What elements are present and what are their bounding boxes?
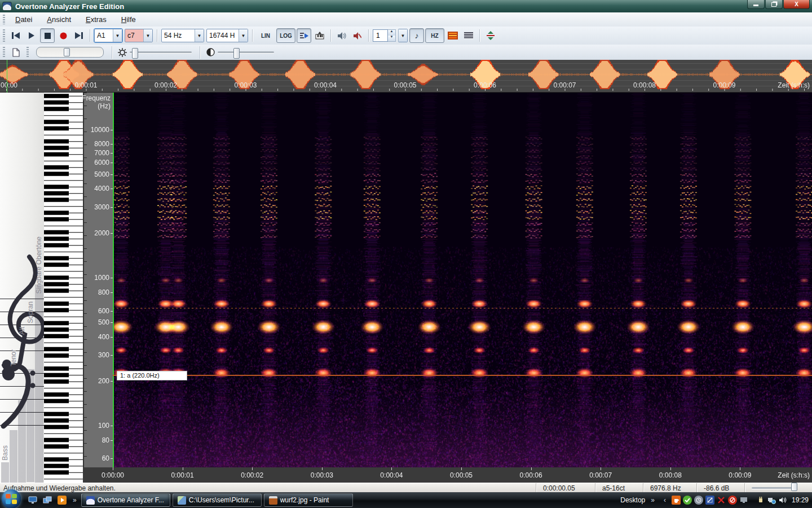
overview-time-label: 0:00:00 — [0, 81, 17, 89]
skip-start-button[interactable] — [8, 28, 23, 43]
overview-axis-label: Zeit (s:h:s) — [778, 81, 810, 89]
network-icon[interactable] — [767, 496, 776, 505]
show-desktop-icon[interactable] — [27, 494, 39, 506]
linear-scale-button[interactable]: LIN — [256, 28, 275, 43]
status-volume-slider[interactable] — [744, 483, 812, 493]
restore-button[interactable] — [765, 0, 783, 9]
range-label: Singbare Obertöne — [35, 237, 43, 294]
display-utility-icon[interactable] — [705, 496, 714, 505]
display-toolbar — [0, 45, 812, 60]
scheduler-icon[interactable] — [694, 496, 703, 505]
close-button[interactable]: X — [783, 0, 810, 9]
freq-axis-label: 10000 — [91, 126, 109, 134]
taskbar-button-paint[interactable]: wurf2.jpg - Paint — [264, 493, 353, 507]
chevron-down-icon[interactable]: ▼ — [113, 29, 122, 42]
menu-datei[interactable]: Datei — [8, 14, 39, 25]
stop-button[interactable] — [40, 28, 55, 43]
note-names-button[interactable]: ♪ — [409, 28, 424, 43]
range-label: Tenor — [10, 349, 17, 366]
spectrogram-view-button[interactable] — [445, 28, 460, 43]
spectrum-lines-view-button[interactable] — [461, 28, 476, 43]
play-button[interactable] — [24, 28, 39, 43]
waveform-overview[interactable]: 0:00:000:00:010:00:020:00:030:00:040:00:… — [0, 60, 812, 93]
clock[interactable]: 19:29 — [792, 496, 809, 504]
speaker-icon[interactable] — [779, 496, 788, 505]
log-scale-button[interactable]: LOG — [276, 28, 295, 43]
status-frequency: 6976.8 Hz — [643, 483, 696, 493]
desktop-chevron-icon[interactable]: » — [651, 496, 655, 504]
slider-thumb[interactable] — [64, 48, 70, 56]
chevron-down-icon[interactable]: ▼ — [143, 29, 152, 42]
overview-time-label: 0:00:05 — [394, 81, 416, 89]
overview-time-label: 0:00:09 — [713, 81, 735, 89]
time-axis-label: 0:00:03 — [311, 471, 333, 479]
slider-thumb[interactable] — [132, 48, 138, 59]
chevron-down-icon[interactable]: ▼ — [239, 29, 248, 42]
freq-axis-label: 7000 — [94, 149, 109, 157]
speaker-button[interactable] — [334, 28, 349, 43]
zoom-slider[interactable] — [36, 47, 104, 58]
taskbar-button-explorer[interactable]: C:\Users\sem\Pictur... — [173, 493, 262, 507]
app-icon — [2, 2, 12, 11]
media-player-icon[interactable] — [56, 494, 68, 506]
overview-time-label: 0:00:03 — [234, 81, 257, 89]
freq-axis-label: 1000 — [94, 274, 109, 282]
start-button[interactable] — [2, 489, 21, 508]
overview-time-label: 0:00:04 — [314, 81, 337, 89]
skip-end-button[interactable] — [72, 28, 86, 43]
taskbar-button-overtone[interactable]: Overtone Analyzer F... — [81, 493, 170, 507]
slider-thumb[interactable] — [791, 483, 797, 491]
high-note-select[interactable]: c7 ▼ — [125, 29, 153, 42]
main-area: Singbare Obertöne Sopran Alt Tenor Bass … — [0, 93, 812, 483]
range-label: Alt — [18, 327, 26, 335]
keyboard-overlay-button[interactable] — [312, 28, 327, 43]
minimize-button[interactable] — [747, 0, 765, 9]
disabled-device-icon[interactable] — [717, 496, 726, 505]
java-icon[interactable] — [672, 496, 681, 505]
partial-select[interactable]: ▼ — [398, 29, 408, 42]
new-file-button[interactable] — [8, 45, 23, 60]
desktop-toolbar-label[interactable]: Desktop — [620, 496, 645, 504]
chevron-down-icon[interactable]: ▼ — [195, 29, 204, 42]
mute-button[interactable] — [350, 28, 365, 43]
scroll-view-button[interactable] — [297, 28, 311, 43]
brightness-icon — [116, 46, 129, 59]
pitch-marker-line[interactable] — [113, 375, 812, 376]
min-freq-select[interactable]: 54 Hz ▼ — [161, 29, 204, 42]
status-time: 0:00:00.05 — [536, 483, 595, 493]
blocked-status-icon[interactable] — [728, 496, 737, 505]
antivirus-check-icon[interactable] — [683, 496, 692, 505]
max-freq-select[interactable]: 16744 H ▼ — [206, 29, 248, 42]
slider-thumb[interactable] — [233, 48, 240, 59]
stepper-arrows[interactable]: ▲▼ — [388, 29, 396, 42]
menu-extras[interactable]: Extras — [78, 14, 114, 25]
frequency-display-button[interactable]: HZ — [425, 28, 444, 43]
freq-axis-label: 200 — [98, 377, 109, 385]
piano-keyboard[interactable] — [44, 93, 83, 483]
split-view-button[interactable] — [483, 28, 498, 43]
low-note-select[interactable]: A1 ▼ — [94, 29, 122, 42]
freq-axis-label: 5000 — [94, 170, 109, 178]
spectrogram[interactable] — [113, 93, 812, 467]
freq-axis-label: 3000 — [94, 203, 109, 211]
switch-windows-icon[interactable] — [41, 494, 54, 506]
record-button[interactable] — [56, 28, 70, 43]
tray-collapse-icon[interactable]: ‹ — [664, 496, 666, 504]
brightness-slider[interactable] — [130, 46, 192, 59]
chevron-down-icon[interactable]: ▼ — [398, 29, 407, 42]
power-plug-icon[interactable] — [756, 496, 765, 505]
time-axis-label: 0:00:04 — [380, 471, 403, 479]
overview-playback-cursor[interactable] — [7, 60, 7, 93]
time-axis-label: 0:00:08 — [659, 471, 682, 479]
menu-ansicht[interactable]: Ansicht — [39, 14, 78, 25]
freq-axis-label: 6000 — [94, 159, 109, 167]
freq-axis-label: 2000 — [94, 229, 109, 237]
time-axis-label: 0:00:02 — [241, 471, 263, 479]
menu-hilfe[interactable]: Hilfe — [114, 14, 143, 25]
contrast-slider[interactable] — [218, 46, 274, 59]
quicklaunch-chevron-icon[interactable]: » — [73, 496, 77, 504]
range-label: Bass — [1, 445, 9, 461]
playback-cursor[interactable] — [113, 93, 114, 467]
monitor-icon[interactable] — [739, 496, 748, 505]
partial-count-stepper[interactable]: 1 ▲▼ — [373, 29, 396, 42]
